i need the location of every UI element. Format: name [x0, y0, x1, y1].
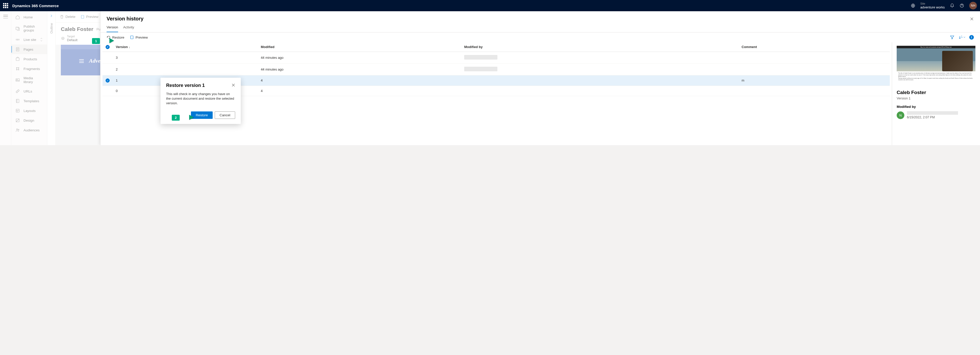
nav-collapse-column [0, 11, 11, 145]
panel-title: Version history [107, 16, 144, 22]
delete-icon [60, 15, 64, 19]
modal-cancel-button[interactable]: Cancel [215, 111, 235, 119]
sidebar-item-label: Publish groups [24, 24, 43, 32]
redacted-username [907, 111, 958, 115]
audiences-icon [15, 128, 20, 132]
svg-rect-12 [16, 99, 19, 103]
svg-point-15 [17, 129, 18, 130]
globe-icon[interactable] [911, 3, 915, 8]
sidebar-item-urls[interactable]: URLs [11, 86, 47, 96]
sidebar-item-pages[interactable]: Pages [11, 45, 47, 54]
help-icon[interactable] [959, 3, 964, 8]
sidebar-item-label: Templates [24, 99, 39, 103]
col-modified-by[interactable]: Modified by [461, 42, 738, 52]
modal-close-button[interactable] [232, 83, 235, 88]
svg-point-6 [16, 67, 17, 68]
expand-collapse-icon [40, 38, 43, 41]
detail-user: N 6/15/2022, 2:07 PM [897, 111, 975, 119]
sidebar-item-label: URLs [24, 89, 32, 93]
svg-point-18 [62, 37, 64, 40]
modal-body: This will check in any changes you have … [166, 92, 235, 106]
table-row[interactable]: 2 44 minutes ago [102, 64, 890, 75]
sort-arrow-icon: ↓ [129, 46, 130, 49]
layouts-icon [15, 108, 20, 113]
sidebar-item-media-library[interactable]: Media library [11, 73, 47, 86]
products-icon [15, 57, 20, 61]
sidebar-item-products[interactable]: Products [11, 54, 47, 64]
svg-rect-20 [130, 36, 133, 39]
user-avatar-small: N [897, 111, 904, 119]
outline-label: Outline [49, 23, 53, 33]
notifications-icon[interactable] [950, 3, 955, 8]
live-icon [15, 37, 20, 42]
user-avatar[interactable]: NH [969, 2, 977, 10]
modal-restore-button[interactable]: Restore [191, 111, 213, 119]
col-comment[interactable]: Comment [738, 42, 890, 52]
sidebar-item-live-site[interactable]: Live site [11, 35, 47, 45]
sidebar-item-label: Audiences [24, 128, 40, 132]
tab-version[interactable]: Version [107, 25, 118, 32]
sidebar-item-label: Fragments [24, 67, 40, 71]
templates-icon [15, 99, 20, 103]
modal-title: Restore version 1 [166, 83, 205, 88]
detail-title: Caleb Foster [897, 90, 975, 96]
info-button[interactable]: i [969, 35, 974, 40]
panel-preview-button[interactable]: Preview [130, 35, 148, 39]
sidebar-item-publish-groups[interactable]: Publish groups [11, 22, 47, 35]
sidebar-item-audiences[interactable]: Audiences [11, 125, 47, 135]
app-launcher-icon[interactable] [3, 3, 8, 8]
panel-tabs: Version Activity [100, 22, 980, 32]
sidebar-item-label: Products [24, 57, 37, 61]
svg-rect-2 [16, 27, 19, 30]
sidebar-item-label: Live site [24, 38, 36, 41]
outline-column: Outline [47, 11, 56, 145]
canvas-hamburger-icon [79, 59, 84, 64]
svg-point-7 [18, 67, 19, 68]
table-row[interactable]: 3 44 minutes ago [102, 52, 890, 64]
sidebar-item-layouts[interactable]: Layouts [11, 106, 47, 116]
tab-activity[interactable]: Activity [123, 25, 134, 32]
sidebar-item-templates[interactable]: Templates [11, 96, 47, 106]
sidebar-item-design[interactable]: Design [11, 116, 47, 125]
svg-point-16 [18, 129, 19, 131]
svg-rect-5 [16, 58, 19, 61]
filter-icon[interactable] [950, 35, 955, 40]
panel-close-button[interactable] [970, 17, 974, 21]
sidebar-item-fragments[interactable]: Fragments [11, 64, 47, 73]
sidebar-item-label: Pages [24, 48, 33, 51]
sidebar-item-home[interactable]: Home [11, 12, 47, 22]
detail-modified-by-label: Modified by [897, 105, 975, 108]
detail-date: 6/15/2022, 2:07 PM [907, 115, 958, 119]
sort-icon[interactable] [959, 35, 965, 40]
svg-point-19 [63, 38, 64, 39]
svg-rect-13 [16, 109, 19, 112]
preview-icon [81, 15, 84, 19]
svg-point-9 [18, 69, 19, 70]
redacted-user [464, 55, 497, 60]
fragments-icon [15, 67, 20, 71]
row-checkbox[interactable] [105, 78, 110, 83]
urls-icon [15, 89, 20, 94]
col-modified[interactable]: Modified [258, 42, 461, 52]
sidebar-item-label: Home [24, 15, 33, 19]
target-selector[interactable]: Target Default [67, 35, 78, 42]
version-detail: Buy 2 or more surf products and get 25% … [892, 42, 980, 145]
svg-point-3 [17, 39, 18, 40]
delete-button[interactable]: Delete [60, 15, 75, 19]
site-selector[interactable]: Site adventure works [920, 2, 945, 10]
svg-rect-17 [81, 15, 84, 18]
annotation-callout-1: 1 [92, 37, 114, 46]
hamburger-icon[interactable] [3, 15, 8, 18]
detail-version: Version 1 [897, 96, 975, 100]
col-version[interactable]: Version↓ [113, 42, 258, 52]
outline-expand-icon[interactable] [49, 14, 53, 18]
page-title: Caleb Foster [61, 26, 93, 32]
design-icon [15, 118, 20, 123]
preview-button[interactable]: Preview [81, 15, 99, 19]
sidebar-item-label: Layouts [24, 109, 35, 113]
redacted-user [464, 67, 497, 71]
sidebar-item-label: Design [24, 119, 34, 123]
preview-icon [130, 35, 134, 39]
home-icon [15, 15, 20, 19]
pages-icon [15, 47, 20, 52]
